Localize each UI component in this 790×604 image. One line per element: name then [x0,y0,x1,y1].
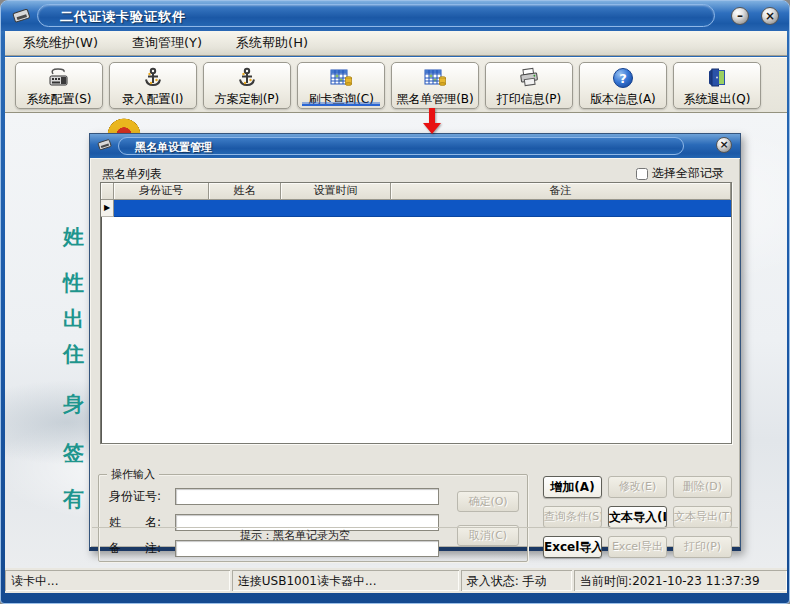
toolbar-button-label: 打印信息(P) [497,91,562,108]
background-field-label: 性 [63,269,89,297]
background-field-label: 出 [63,305,89,333]
row-indicator-header [101,183,114,200]
window-titlebar: 二代证读卡验证软件 – × [1,1,790,31]
operation-input-groupbox: 操作输入 身份证号: 姓 名: 备 注: 确定(O) 取消(C) [98,474,528,562]
status-reading-card: 读卡中... [5,570,230,591]
toolbar-button-card-query[interactable]: 刷卡查询(C) [297,62,385,109]
application-window: 二代证读卡验证软件 – × 系统维护(W) 查询管理(Y) 系统帮助(H) 系统… [0,0,790,604]
blacklist-table[interactable]: 身份证号 姓名 设置时间 备注 ▶ [100,182,732,444]
dialog-close-button[interactable]: × [716,137,732,153]
status-input-mode: 录入状态: 手动 [461,570,572,591]
groupbox-legend: 操作输入 [107,467,159,482]
toolbar: 系统配置(S) 录入配置(I) [5,57,787,113]
dialog-titlebar[interactable]: 黑名单设置管理 × [90,134,740,158]
select-all-option: 选择全部记录 [636,165,724,182]
toolbar-button-plan-customize[interactable]: 方案定制(P) [203,62,291,109]
background-field-label: 有 [63,485,89,513]
delete-button[interactable]: 删除(D) [673,476,732,498]
query-condition-button[interactable]: 查询条件(S) [543,506,602,528]
form-row-id-number: 身份证号: [109,487,439,505]
toolbar-button-label: 刷卡查询(C) [308,91,374,108]
modify-button[interactable]: 修改(E) [608,476,667,498]
blacklist-table-icon [423,66,447,90]
id-number-label: 身份证号: [109,488,175,505]
card-reader-icon [11,6,35,26]
toolbar-button-label: 版本信息(A) [590,91,656,108]
toolbar-button-version-info[interactable]: ? 版本信息(A) [579,62,667,109]
status-bar: 读卡中... 连接USB1001读卡器中... 录入状态: 手动 当前时间:20… [5,568,787,593]
anchor-icon [236,66,258,90]
row-indicator-arrow-icon: ▶ [101,200,114,217]
close-button[interactable]: × [761,7,779,25]
select-all-label: 选择全部记录 [652,165,724,182]
toolbar-button-blacklist-manage[interactable]: 黑名单管理(B) [391,62,479,109]
toolbar-button-system-config[interactable]: 系统配置(S) [15,62,103,109]
status-reader-connection: 连接USB1001读卡器中... [232,570,459,591]
red-arrow-indicator [423,108,441,134]
menu-bar: 系统维护(W) 查询管理(Y) 系统帮助(H) [5,31,787,56]
selected-row-highlight [114,200,731,217]
text-export-button[interactable]: 文本导出(T) [673,506,732,528]
toolbar-button-print-info[interactable]: 打印信息(P) [485,62,573,109]
background-field-label: 住 [63,340,89,368]
toolbar-button-label: 系统退出(Q) [684,91,751,108]
text-import-button[interactable]: 文本导入(I) [608,506,667,528]
toolbar-button-label: 录入配置(I) [123,91,184,108]
blacklist-list-label: 黑名单列表 [102,166,162,183]
column-header-name[interactable]: 姓名 [209,183,281,200]
exit-door-icon [706,66,728,90]
background-field-label: 签 [63,439,89,467]
background-field-label: 身 [63,390,89,418]
help-icon: ? [612,66,634,90]
table-header-row: 身份证号 姓名 设置时间 备注 [101,183,731,200]
menu-item-system-maintenance[interactable]: 系统维护(W) [23,34,98,52]
toolbar-button-input-config[interactable]: 录入配置(I) [109,62,197,109]
menu-item-system-help[interactable]: 系统帮助(H) [236,34,308,52]
dialog-title: 黑名单设置管理 [135,140,212,155]
status-current-time: 当前时间:2021-10-23 11:37:39 [574,570,787,591]
dialog-hint-text: 提示：黑名单记录为空 [92,527,738,545]
printer-icon [517,66,541,90]
card-query-table-icon [329,66,353,90]
menu-item-query-management[interactable]: 查询管理(Y) [132,34,202,52]
dialog-body: 黑名单列表 选择全部记录 身份证号 姓名 设置时间 备注 ▶ [90,158,740,547]
minimize-button[interactable]: – [731,7,749,25]
toolbar-button-label: 方案定制(P) [215,91,280,108]
id-number-input[interactable] [175,488,439,505]
column-header-remark[interactable]: 备注 [391,183,731,200]
window-title: 二代证读卡验证软件 [60,8,186,26]
card-reader-icon [96,137,114,153]
svg-text:?: ? [619,70,627,85]
toolbar-button-system-exit[interactable]: 系统退出(Q) [673,62,761,109]
add-button[interactable]: 增加(A) [543,476,602,498]
column-header-set-time[interactable]: 设置时间 [281,183,391,200]
blacklist-dialog: 黑名单设置管理 × 黑名单列表 选择全部记录 身份证号 姓名 设置时间 备注 [89,133,741,551]
toolbar-button-label: 黑名单管理(B) [396,91,474,108]
action-button-grid: 增加(A) 修改(E) 删除(D) 查询条件(S) 文本导入(I) 文本导出(T… [543,476,733,560]
anchor-icon [142,66,164,90]
column-header-id-number[interactable]: 身份证号 [114,183,209,200]
select-all-checkbox[interactable] [636,168,648,180]
keyboard-icon [47,66,71,90]
background-field-label: 姓 [63,223,89,251]
dialog-title-pill: 黑名单设置管理 [118,137,684,155]
toolbar-button-label: 系统配置(S) [27,91,92,108]
confirm-button[interactable]: 确定(O) [457,491,519,512]
selected-empty-row[interactable]: ▶ [101,200,731,217]
window-title-pill: 二代证读卡验证软件 [37,4,715,27]
